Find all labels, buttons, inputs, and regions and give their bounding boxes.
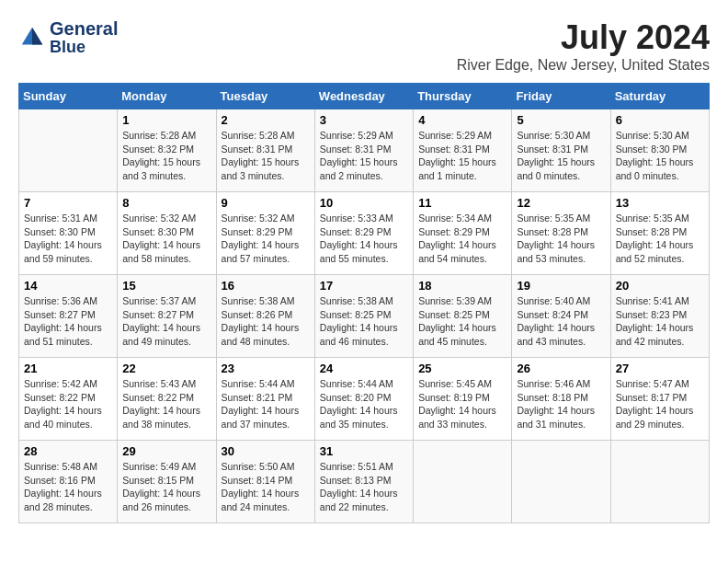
day-number: 19 (517, 279, 605, 293)
day-number: 21 (24, 362, 112, 375)
day-info: Sunrise: 5:33 AM Sunset: 8:29 PM Dayligh… (320, 212, 408, 266)
calendar-cell (610, 441, 709, 523)
calendar-cell: 14Sunrise: 5:36 AM Sunset: 8:27 PM Dayli… (19, 275, 118, 358)
day-number: 29 (122, 444, 210, 458)
day-number: 23 (222, 362, 310, 375)
header-day: Tuesday (216, 84, 314, 109)
day-number: 17 (320, 279, 408, 293)
calendar-cell (512, 441, 610, 523)
page-subtitle: River Edge, New Jersey, United States (457, 57, 710, 74)
calendar-cell (414, 441, 512, 523)
day-number: 31 (320, 444, 408, 458)
calendar-cell: 20Sunrise: 5:41 AM Sunset: 8:23 PM Dayli… (610, 275, 709, 358)
logo-icon (18, 24, 46, 52)
header-day: Sunday (19, 84, 118, 109)
header-day: Saturday (610, 84, 709, 109)
header-day: Friday (512, 84, 610, 109)
header-day: Thursday (414, 84, 512, 109)
day-info: Sunrise: 5:38 AM Sunset: 8:25 PM Dayligh… (320, 294, 408, 349)
day-info: Sunrise: 5:45 AM Sunset: 8:19 PM Dayligh… (418, 377, 506, 431)
day-info: Sunrise: 5:50 AM Sunset: 8:14 PM Dayligh… (222, 460, 310, 514)
day-info: Sunrise: 5:39 AM Sunset: 8:25 PM Dayligh… (418, 294, 506, 349)
day-info: Sunrise: 5:43 AM Sunset: 8:22 PM Dayligh… (122, 377, 210, 431)
day-info: Sunrise: 5:28 AM Sunset: 8:32 PM Dayligh… (122, 129, 210, 183)
calendar-cell: 31Sunrise: 5:51 AM Sunset: 8:13 PM Dayli… (314, 441, 413, 523)
day-number: 8 (122, 196, 210, 210)
day-number: 30 (222, 444, 310, 458)
day-info: Sunrise: 5:35 AM Sunset: 8:28 PM Dayligh… (616, 212, 704, 266)
day-number: 16 (222, 279, 310, 293)
day-number: 9 (222, 196, 310, 210)
calendar-cell: 17Sunrise: 5:38 AM Sunset: 8:25 PM Dayli… (314, 275, 413, 358)
day-info: Sunrise: 5:37 AM Sunset: 8:27 PM Dayligh… (122, 294, 210, 349)
day-info: Sunrise: 5:36 AM Sunset: 8:27 PM Dayligh… (24, 294, 112, 349)
day-number: 13 (616, 196, 704, 210)
page-title: July 2024 (457, 18, 710, 57)
day-number: 20 (616, 279, 704, 293)
day-number: 12 (517, 196, 605, 210)
logo: General Blue (18, 18, 118, 57)
calendar-cell: 28Sunrise: 5:48 AM Sunset: 8:16 PM Dayli… (19, 441, 118, 523)
calendar-cell: 1Sunrise: 5:28 AM Sunset: 8:32 PM Daylig… (118, 109, 216, 192)
day-info: Sunrise: 5:48 AM Sunset: 8:16 PM Dayligh… (24, 460, 112, 514)
day-number: 28 (24, 444, 112, 458)
logo-line2: Blue (50, 39, 118, 57)
calendar-cell: 15Sunrise: 5:37 AM Sunset: 8:27 PM Dayli… (118, 275, 216, 358)
day-number: 4 (418, 113, 506, 127)
day-info: Sunrise: 5:29 AM Sunset: 8:31 PM Dayligh… (418, 129, 506, 183)
calendar-cell: 24Sunrise: 5:44 AM Sunset: 8:20 PM Dayli… (314, 358, 413, 441)
day-number: 1 (122, 113, 210, 127)
calendar-cell: 4Sunrise: 5:29 AM Sunset: 8:31 PM Daylig… (414, 109, 512, 192)
day-info: Sunrise: 5:32 AM Sunset: 8:29 PM Dayligh… (222, 212, 310, 266)
day-number: 26 (517, 362, 605, 375)
day-number: 11 (418, 196, 506, 210)
calendar-row: 1Sunrise: 5:28 AM Sunset: 8:32 PM Daylig… (19, 109, 710, 192)
header-day: Wednesday (314, 84, 413, 109)
calendar-cell: 9Sunrise: 5:32 AM Sunset: 8:29 PM Daylig… (216, 192, 314, 275)
calendar-table: SundayMondayTuesdayWednesdayThursdayFrid… (18, 83, 710, 523)
day-number: 18 (418, 279, 506, 293)
calendar-cell (19, 109, 118, 192)
calendar-row: 21Sunrise: 5:42 AM Sunset: 8:22 PM Dayli… (19, 358, 710, 441)
day-info: Sunrise: 5:30 AM Sunset: 8:31 PM Dayligh… (517, 129, 605, 183)
day-info: Sunrise: 5:44 AM Sunset: 8:20 PM Dayligh… (320, 377, 408, 431)
day-info: Sunrise: 5:32 AM Sunset: 8:30 PM Dayligh… (122, 212, 210, 266)
day-number: 7 (24, 196, 112, 210)
calendar-cell: 22Sunrise: 5:43 AM Sunset: 8:22 PM Dayli… (118, 358, 216, 441)
day-info: Sunrise: 5:51 AM Sunset: 8:13 PM Dayligh… (320, 460, 408, 514)
day-info: Sunrise: 5:47 AM Sunset: 8:17 PM Dayligh… (616, 377, 704, 431)
calendar-cell: 19Sunrise: 5:40 AM Sunset: 8:24 PM Dayli… (512, 275, 610, 358)
calendar-row: 14Sunrise: 5:36 AM Sunset: 8:27 PM Dayli… (19, 275, 710, 358)
day-number: 2 (222, 113, 310, 127)
calendar-cell: 18Sunrise: 5:39 AM Sunset: 8:25 PM Dayli… (414, 275, 512, 358)
logo-text: General Blue (50, 18, 118, 57)
calendar-row: 7Sunrise: 5:31 AM Sunset: 8:30 PM Daylig… (19, 192, 710, 275)
day-info: Sunrise: 5:44 AM Sunset: 8:21 PM Dayligh… (222, 377, 310, 431)
calendar-cell: 5Sunrise: 5:30 AM Sunset: 8:31 PM Daylig… (512, 109, 610, 192)
page-header: General Blue July 2024 River Edge, New J… (18, 18, 710, 74)
day-number: 27 (616, 362, 704, 375)
calendar-cell: 27Sunrise: 5:47 AM Sunset: 8:17 PM Dayli… (610, 358, 709, 441)
day-info: Sunrise: 5:28 AM Sunset: 8:31 PM Dayligh… (222, 129, 310, 183)
header-row: SundayMondayTuesdayWednesdayThursdayFrid… (19, 84, 710, 109)
day-number: 3 (320, 113, 408, 127)
day-number: 5 (517, 113, 605, 127)
calendar-cell: 10Sunrise: 5:33 AM Sunset: 8:29 PM Dayli… (314, 192, 413, 275)
calendar-cell: 7Sunrise: 5:31 AM Sunset: 8:30 PM Daylig… (19, 192, 118, 275)
calendar-body: 1Sunrise: 5:28 AM Sunset: 8:32 PM Daylig… (19, 109, 710, 523)
day-info: Sunrise: 5:38 AM Sunset: 8:26 PM Dayligh… (222, 294, 310, 349)
calendar-cell: 2Sunrise: 5:28 AM Sunset: 8:31 PM Daylig… (216, 109, 314, 192)
day-info: Sunrise: 5:49 AM Sunset: 8:15 PM Dayligh… (122, 460, 210, 514)
calendar-cell: 21Sunrise: 5:42 AM Sunset: 8:22 PM Dayli… (19, 358, 118, 441)
calendar-header: SundayMondayTuesdayWednesdayThursdayFrid… (19, 84, 710, 109)
day-number: 22 (122, 362, 210, 375)
day-info: Sunrise: 5:31 AM Sunset: 8:30 PM Dayligh… (24, 212, 112, 266)
calendar-row: 28Sunrise: 5:48 AM Sunset: 8:16 PM Dayli… (19, 441, 710, 523)
day-number: 10 (320, 196, 408, 210)
header-day: Monday (118, 84, 216, 109)
calendar-cell: 30Sunrise: 5:50 AM Sunset: 8:14 PM Dayli… (216, 441, 314, 523)
day-number: 6 (616, 113, 704, 127)
calendar-cell: 8Sunrise: 5:32 AM Sunset: 8:30 PM Daylig… (118, 192, 216, 275)
calendar-cell: 12Sunrise: 5:35 AM Sunset: 8:28 PM Dayli… (512, 192, 610, 275)
calendar-cell: 3Sunrise: 5:29 AM Sunset: 8:31 PM Daylig… (314, 109, 413, 192)
